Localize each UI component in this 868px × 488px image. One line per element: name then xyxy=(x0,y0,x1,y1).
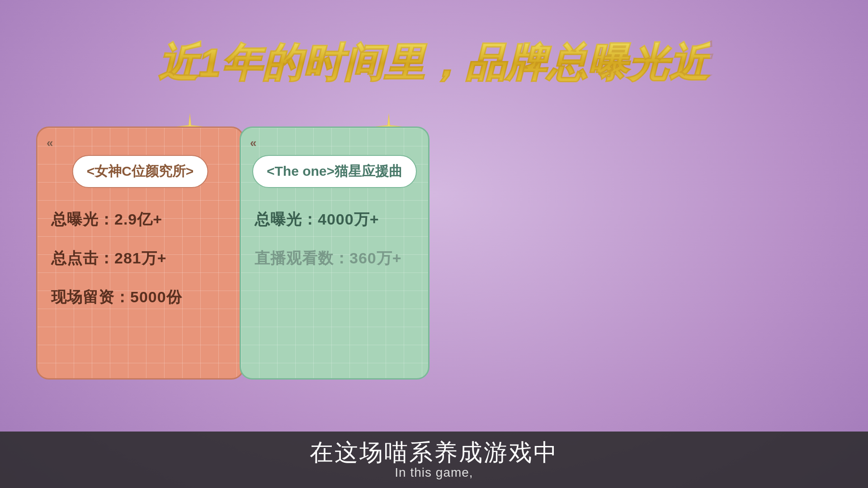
card1-title-badge: <女神C位颜究所> xyxy=(72,155,208,188)
card2-back-arrow[interactable]: « xyxy=(250,136,256,150)
card1-stat-1: 总曝光：2.9亿+ xyxy=(51,209,229,230)
card1-stat1-label: 总曝光： xyxy=(51,211,114,228)
card2-stat1-value: 4000万+ xyxy=(318,211,379,228)
card1-stat3-label: 现场留资： xyxy=(51,288,130,305)
card1-stat-2: 总点击：281万+ xyxy=(51,248,229,269)
card1-stat2-value: 281万+ xyxy=(114,249,167,267)
card1-stat-3: 现场留资：5000份 xyxy=(51,287,229,308)
card1-back-arrow[interactable]: « xyxy=(47,136,53,150)
card2-stat1-label: 总曝光： xyxy=(255,211,318,228)
page-title: 近1年的时间里，品牌总曝光近 xyxy=(158,36,710,90)
card2-stat2-value: 360万+ xyxy=(349,249,402,267)
card1-title: <女神C位颜究所> xyxy=(87,164,194,178)
card1-stats: 总曝光：2.9亿+ 总点击：281万+ 现场留资：5000份 xyxy=(51,209,229,326)
card1-stat2-label: 总点击： xyxy=(51,249,114,267)
card-goddess: « <女神C位颜究所> 总曝光：2.9亿+ 总点击：281万+ 现场留资：500… xyxy=(36,127,244,380)
subtitle-chinese: 在这场喵系养成游戏中 xyxy=(0,440,868,465)
card2-stat2-label: 直播观看数： xyxy=(255,249,349,267)
card2-stat-2: 直播观看数：360万+ xyxy=(255,248,415,269)
card2-title-badge: <The one>猫星应援曲 xyxy=(252,155,417,188)
card-the-one: « <The one>猫星应援曲 总曝光：4000万+ 直播观看数：360万+ xyxy=(240,127,429,380)
subtitle-bar: 在这场喵系养成游戏中 In this game, xyxy=(0,432,868,488)
subtitle-english: In this game, xyxy=(0,465,868,480)
card1-stat1-value: 2.9亿+ xyxy=(114,211,162,228)
card1-stat3-value: 5000份 xyxy=(130,288,182,305)
card2-stat-1: 总曝光：4000万+ xyxy=(255,209,415,230)
card2-title: <The one>猫星应援曲 xyxy=(267,164,402,178)
card2-stats: 总曝光：4000万+ 直播观看数：360万+ xyxy=(255,209,415,287)
